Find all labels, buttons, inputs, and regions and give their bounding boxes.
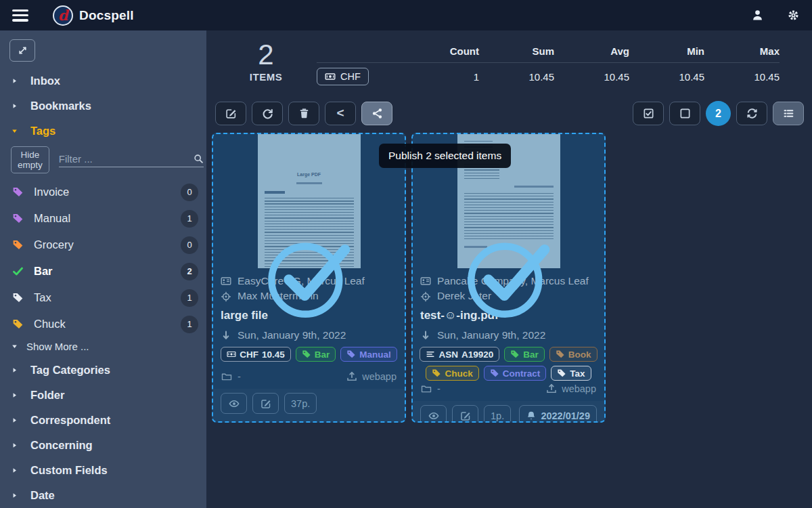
sidebar-item-folder[interactable]: Folder: [0, 383, 206, 408]
sidebar-item-concerning[interactable]: Concerning: [0, 433, 206, 458]
eye-icon: [428, 410, 439, 421]
tag-count-badge: 1: [181, 210, 198, 228]
expand-sidebar-button[interactable]: [9, 39, 35, 62]
sidebar: Inbox Bookmarks Tags Hide empty Invoice: [0, 30, 206, 508]
sidebar-item-bookmarks[interactable]: Bookmarks: [0, 93, 206, 119]
page-count-badge: 1p.: [484, 405, 511, 423]
trash-icon: [298, 108, 310, 119]
eye-icon: [229, 398, 240, 409]
item-card-large-file[interactable]: Large PDF EasyCare AG, Marcus Leaf: [212, 133, 406, 423]
tag-count-badge: 1: [181, 289, 198, 307]
correspondent-row: Pancake Company, Marcus Leaf: [420, 274, 597, 289]
tag-count-badge: 2: [181, 263, 198, 280]
merge-button[interactable]: <: [325, 102, 356, 125]
tag-icon: [432, 368, 441, 378]
select-all-button[interactable]: [633, 102, 664, 125]
item-count-label: ITEMS: [225, 71, 307, 83]
folder-icon: [421, 383, 432, 394]
list-icon: [783, 108, 794, 119]
tag-count-badge: 1: [181, 316, 198, 333]
person-target-icon: [221, 291, 231, 302]
card-footer: - webapp: [420, 381, 597, 398]
upload-icon: [546, 383, 557, 394]
app-root: d Docspell Inbox Bookmarks Tags: [0, 0, 812, 508]
tag-badge-bar[interactable]: Bar: [296, 347, 336, 362]
tag-badge-chuck[interactable]: Chuck: [426, 366, 478, 381]
user-icon[interactable]: [751, 9, 764, 22]
edit-item-button[interactable]: [452, 405, 478, 423]
tag-badge-book[interactable]: Book: [549, 347, 597, 362]
document-preview: Large PDF: [213, 134, 405, 268]
redo-icon: [262, 108, 273, 119]
tag-item-tax[interactable]: Tax 1: [0, 284, 206, 311]
delete-button[interactable]: [288, 102, 319, 125]
cell-max: 10.45: [704, 71, 780, 83]
sync-icon: [746, 108, 758, 119]
tag-badge-contract[interactable]: Contract: [484, 366, 547, 381]
person-target-icon: [420, 291, 431, 302]
col-header-count: Count: [404, 45, 479, 57]
chevron-right-icon: [11, 366, 18, 374]
exit-select-mode-button[interactable]: [736, 102, 767, 125]
address-card-icon: [420, 276, 431, 287]
deselect-all-button[interactable]: [669, 102, 700, 125]
address-card-icon: [221, 276, 231, 287]
chevron-down-icon: [11, 127, 18, 135]
sidebar-item-tags[interactable]: Tags: [0, 119, 206, 144]
sidebar-item-date[interactable]: Date: [0, 483, 206, 508]
col-header-avg: Avg: [554, 45, 629, 57]
tag-item-manual[interactable]: Manual 1: [0, 205, 206, 232]
chevron-down-icon: [11, 343, 18, 350]
check-square-icon: [643, 108, 654, 119]
chevron-right-icon: [11, 391, 18, 399]
tag-icon: [510, 350, 520, 359]
gear-icon[interactable]: [787, 9, 800, 22]
expand-icon: [18, 45, 28, 56]
tag-badge-bar[interactable]: Bar: [504, 347, 545, 362]
edit-item-button[interactable]: [252, 393, 279, 414]
currency-stats-table: Count Sum Avg Min Max CHF: [317, 39, 780, 90]
stats-panel: 2 ITEMS Count Sum Avg Min Max: [206, 39, 812, 90]
amount-badge: CHF 10.45: [221, 347, 291, 362]
hide-empty-button[interactable]: Hide empty: [11, 146, 49, 173]
square-icon: [679, 108, 691, 119]
reprocess-button[interactable]: [252, 102, 283, 125]
tag-badge-manual[interactable]: Manual: [340, 347, 397, 362]
currency-badge: CHF: [317, 68, 369, 85]
tag-item-bar[interactable]: Bar 2: [0, 258, 206, 284]
bell-icon: [526, 410, 537, 421]
tag-icon: [12, 318, 24, 330]
publish-share-button[interactable]: [361, 102, 392, 125]
less-than-icon: <: [336, 106, 344, 119]
selection-toolbar: < 2: [215, 101, 804, 126]
sidebar-item-inbox[interactable]: Inbox: [0, 68, 206, 93]
menu-icon[interactable]: [12, 9, 28, 22]
list-view-button[interactable]: [773, 102, 804, 125]
show-more-tags[interactable]: Show More ...: [0, 337, 206, 358]
tag-icon: [557, 368, 566, 378]
tag-item-invoice[interactable]: Invoice 0: [0, 179, 206, 205]
edit-selected-button[interactable]: [215, 102, 246, 125]
tag-badge-tax[interactable]: Tax: [551, 366, 591, 381]
item-card-test-ing-pdf[interactable]: Pancake Company, Marcus Leaf Derek Jeter…: [411, 133, 606, 423]
item-title: large file: [221, 309, 397, 322]
preview-button[interactable]: [221, 393, 247, 414]
tag-icon: [12, 292, 24, 303]
tag-count-badge: 0: [181, 184, 198, 201]
tag-icon: [490, 368, 499, 378]
share-icon: [371, 108, 383, 119]
tag-item-chuck[interactable]: Chuck 1: [0, 311, 206, 337]
item-count: 2: [225, 41, 307, 69]
sidebar-item-custom-fields[interactable]: Custom Fields: [0, 458, 206, 483]
tag-icon: [12, 213, 24, 224]
check-icon: [12, 266, 24, 277]
preview-button[interactable]: [420, 405, 447, 423]
sidebar-item-tag-categories[interactable]: Tag Categories: [0, 358, 206, 383]
tag-item-grocery[interactable]: Grocery 0: [0, 232, 206, 258]
app-title: Docspell: [79, 8, 134, 23]
sidebar-item-correspondent[interactable]: Correspondent: [0, 408, 206, 433]
tag-count-badge: 0: [181, 236, 198, 254]
item-date-row: Sun, January 9th, 2022: [221, 328, 397, 343]
edit-icon: [261, 398, 271, 409]
tag-filter-input[interactable]: [59, 153, 194, 165]
